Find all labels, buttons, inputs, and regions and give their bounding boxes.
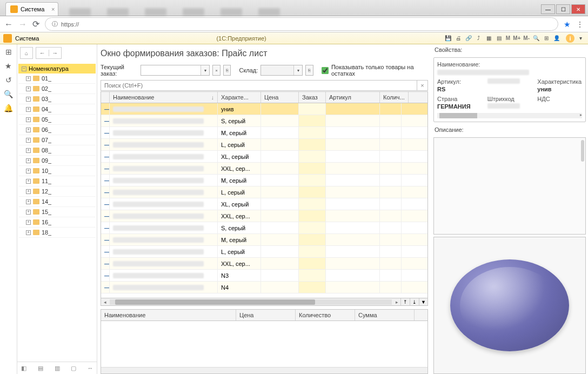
warehouse-combo[interactable]: ▾: [260, 65, 303, 76]
rail-apps-icon[interactable]: ⊞: [5, 48, 12, 56]
tree-item[interactable]: +12_: [18, 186, 96, 197]
link-icon[interactable]: 🔗: [464, 34, 473, 43]
row-order[interactable]: [299, 282, 326, 293]
expand-icon[interactable]: +: [26, 117, 31, 122]
row-order[interactable]: [299, 234, 326, 245]
export-icon[interactable]: ⤴: [475, 34, 483, 43]
nav-back-forward[interactable]: ← →: [36, 47, 62, 59]
memory-mplus[interactable]: М+: [512, 34, 521, 43]
info-icon[interactable]: i: [566, 34, 574, 43]
warehouse-input[interactable]: [261, 65, 293, 75]
row-order[interactable]: [299, 186, 326, 198]
window-minimize[interactable]: —: [541, 4, 555, 14]
nav-reload-icon[interactable]: ⟳: [32, 19, 39, 29]
current-order-combo[interactable]: ▾: [141, 65, 210, 76]
col-characteristic[interactable]: Характе...: [218, 92, 261, 103]
tree-item[interactable]: +02_: [18, 84, 96, 94]
col-order[interactable]: Заказ: [299, 92, 326, 103]
rail-bell-icon[interactable]: 🔔: [4, 104, 13, 112]
rail-history-icon[interactable]: ↺: [5, 76, 12, 84]
col-article[interactable]: Артикул: [326, 92, 380, 103]
rail-search-icon[interactable]: 🔍: [4, 90, 13, 98]
order-new-button[interactable]: ⎘: [223, 65, 231, 76]
summary-grid[interactable]: Наименование Цена Количество Сумма: [101, 309, 428, 374]
tree-item[interactable]: +07_: [18, 135, 96, 145]
table-row[interactable]: —M, серый: [101, 175, 427, 186]
browser-menu-icon[interactable]: ⋮: [576, 20, 584, 29]
table-row[interactable]: —XL, серый: [101, 151, 427, 163]
tree-root[interactable]: − Номенклатура: [18, 64, 96, 74]
grid-top-icon[interactable]: ⤒: [400, 298, 409, 306]
tree-item[interactable]: +15_: [18, 207, 96, 217]
search-input[interactable]: [101, 80, 417, 91]
grid-hscroll[interactable]: ◂ ▸ ⤒ ⤓ ▼: [101, 298, 428, 306]
tree-item[interactable]: +04_: [18, 104, 96, 115]
tree-item[interactable]: +16_: [18, 217, 96, 228]
zoom-icon[interactable]: 🔍: [532, 34, 540, 43]
dropdown-icon[interactable]: ▾: [576, 34, 585, 43]
table-row[interactable]: —N4: [101, 282, 427, 293]
expand-icon[interactable]: +: [26, 97, 31, 102]
tree-item[interactable]: +05_: [18, 115, 96, 125]
warehouse-open-button[interactable]: ⎘: [305, 65, 313, 76]
table-row[interactable]: —N3: [101, 270, 427, 282]
tab-close-icon[interactable]: ×: [51, 6, 55, 12]
row-order[interactable]: [299, 198, 326, 210]
table-row[interactable]: —XXL, сер...: [101, 210, 427, 222]
expand-icon[interactable]: +: [26, 128, 31, 132]
tree-item[interactable]: +11_: [18, 176, 96, 186]
expand-icon[interactable]: +: [26, 230, 31, 235]
grid-filter-icon[interactable]: ▼: [419, 298, 427, 306]
sum-col-qty[interactable]: Количество: [296, 310, 355, 320]
search-clear-button[interactable]: ×: [417, 80, 428, 91]
calendar-icon[interactable]: ▦: [485, 34, 493, 43]
props-hscroll[interactable]: ▸: [437, 113, 582, 118]
memory-m[interactable]: М: [505, 34, 511, 43]
nav-forward-icon[interactable]: →: [18, 19, 27, 29]
tree-item[interactable]: +06_: [18, 125, 96, 135]
nav-row2-icon[interactable]: ▥: [52, 364, 62, 372]
scroll-left-icon[interactable]: ◂: [101, 299, 109, 305]
table-row[interactable]: —XXL, сер...: [101, 163, 427, 175]
window-maximize[interactable]: ☐: [556, 4, 570, 14]
tree-item[interactable]: +03_: [18, 94, 96, 104]
tree-item[interactable]: +01_: [18, 74, 96, 84]
col-quantity[interactable]: Колич...: [380, 92, 409, 103]
row-order[interactable]: [299, 163, 326, 174]
scroll-right-icon[interactable]: ▸: [393, 299, 400, 305]
url-input[interactable]: ⓘ https://: [45, 17, 558, 31]
expand-icon[interactable]: +: [26, 220, 31, 225]
row-order[interactable]: [299, 151, 326, 162]
table-row[interactable]: —унив: [101, 103, 427, 115]
description-box[interactable]: [433, 137, 586, 235]
sum-col-price[interactable]: Цена: [236, 310, 296, 320]
table-row[interactable]: —L, серый: [101, 186, 427, 198]
combo-dropdown-icon[interactable]: ▾: [201, 65, 209, 75]
row-order[interactable]: [299, 222, 326, 233]
expand-icon[interactable]: +: [26, 169, 31, 173]
nav-back-icon[interactable]: ←: [4, 19, 13, 29]
grid-bottom-icon[interactable]: ⤓: [410, 298, 418, 306]
nav-home-button[interactable]: ⌂: [20, 47, 33, 59]
table-row[interactable]: —S, серый: [101, 222, 427, 234]
browser-tab[interactable]: Система ×: [5, 2, 58, 16]
expand-icon[interactable]: +: [26, 189, 31, 194]
row-order[interactable]: [299, 210, 326, 222]
table-row[interactable]: —M, серый: [101, 234, 427, 246]
expand-icon[interactable]: +: [26, 138, 31, 143]
table-row[interactable]: —L, серый: [101, 139, 427, 151]
tree-item[interactable]: +09_: [18, 156, 96, 166]
calc-icon[interactable]: ▤: [495, 34, 504, 43]
nav-close-icon[interactable]: ▢: [69, 364, 78, 372]
row-order[interactable]: [299, 246, 326, 257]
memory-mminus[interactable]: М-: [523, 34, 530, 43]
grid-icon[interactable]: ⊞: [542, 34, 551, 43]
expand-icon[interactable]: +: [26, 210, 31, 215]
table-row[interactable]: —S, серый: [101, 115, 427, 127]
expand-icon[interactable]: +: [26, 179, 31, 184]
row-order[interactable]: [299, 258, 326, 269]
rail-star-icon[interactable]: ★: [5, 62, 12, 70]
bookmark-star-icon[interactable]: ★: [564, 20, 571, 29]
nomenclature-tree[interactable]: − Номенклатура +01_+02_+03_+04_+05_+06_+…: [17, 62, 97, 362]
expand-icon[interactable]: +: [26, 148, 31, 153]
